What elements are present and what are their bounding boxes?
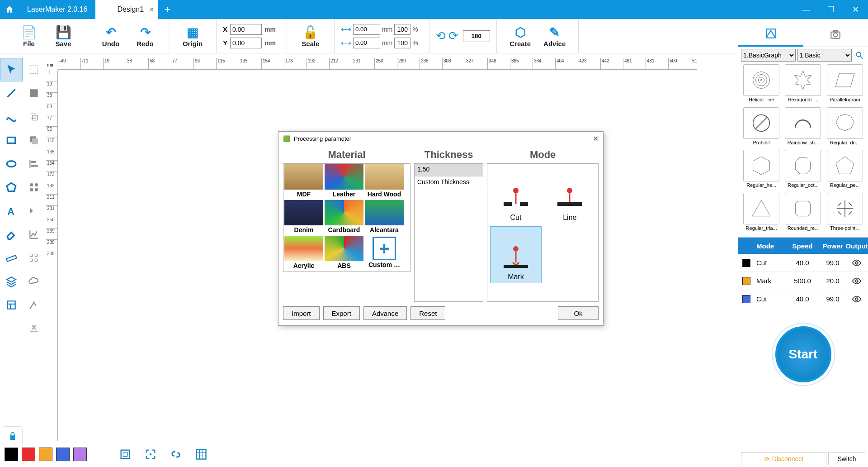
color-swatch[interactable] (22, 448, 35, 461)
shape-item[interactable]: Regular_oct... (783, 150, 823, 192)
cloud-tool[interactable] (23, 270, 45, 293)
line-tool[interactable] (0, 81, 23, 105)
minimize-button[interactable]: — (793, 0, 818, 19)
focus-icon[interactable] (143, 447, 158, 462)
shape-item[interactable]: Regular_pe... (825, 150, 865, 192)
x-input[interactable] (230, 24, 262, 35)
create-button[interactable]: ⬡Create (503, 24, 538, 48)
mode-mark[interactable]: Mark (490, 226, 541, 283)
eraser-tool[interactable] (0, 223, 23, 246)
link-icon[interactable] (168, 447, 184, 462)
shape-item[interactable]: Helical_line (741, 64, 782, 106)
shapes-tab[interactable] (738, 22, 803, 47)
save-button[interactable]: 💾Save (46, 24, 80, 48)
reset-button[interactable]: Reset (410, 306, 445, 320)
document-tab[interactable]: Design1 × (95, 0, 158, 19)
mode-cut[interactable]: Cut (490, 167, 541, 224)
thickness-value[interactable]: 1.50 (415, 164, 483, 176)
ok-button[interactable]: Ok (558, 306, 599, 320)
rotate-cw-icon[interactable]: ⟳ (448, 29, 458, 43)
scale-button[interactable]: 🔓Scale (293, 24, 328, 48)
material-item[interactable]: Acrylic (284, 236, 324, 271)
text-tool[interactable]: A (0, 199, 23, 223)
mode-line[interactable]: Line (544, 167, 595, 224)
rotate-ccw-icon[interactable]: ⟲ (436, 29, 446, 43)
array-tool[interactable] (23, 246, 45, 270)
ruler-tool[interactable] (0, 246, 23, 270)
dialog-close-icon[interactable]: ✕ (593, 134, 599, 143)
layout-tool[interactable] (0, 293, 23, 317)
rect-tool[interactable] (0, 129, 23, 152)
color-swatch[interactable] (39, 448, 52, 461)
material-item[interactable]: MDF (284, 164, 324, 200)
shape-item[interactable]: Prohibit (741, 107, 782, 149)
copy-tool[interactable] (23, 105, 45, 129)
thickness-custom[interactable]: Custom Thickness (415, 176, 483, 189)
mirror-tool[interactable] (23, 199, 45, 223)
shape-item[interactable]: Regular_do... (825, 107, 865, 149)
width-input[interactable] (353, 24, 380, 35)
stack-tool[interactable] (23, 129, 45, 152)
color-swatch[interactable] (73, 448, 87, 461)
shape-item[interactable]: Regular_he... (741, 150, 782, 192)
layer-row[interactable]: Cut40.0 99.0 (738, 254, 868, 272)
import-button[interactable]: Import (283, 306, 320, 320)
marquee-tool[interactable] (23, 58, 45, 81)
height-pct[interactable]: 100 (394, 38, 410, 48)
shape-item[interactable]: Rounded_re... (783, 193, 823, 235)
export-button[interactable]: Export (323, 306, 360, 320)
disconnect-button[interactable]: ⊘Disconnect (741, 452, 826, 465)
material-item[interactable]: Alcantara (364, 200, 404, 235)
chart-tool[interactable] (23, 223, 45, 246)
advice-button[interactable]: ✎Advice (538, 24, 572, 48)
curve-tool[interactable] (0, 105, 23, 129)
maximize-button[interactable]: ❐ (818, 0, 843, 19)
shape-item[interactable]: Regular_tria... (741, 193, 782, 235)
material-item[interactable]: +Custom … (364, 236, 404, 271)
select-tool[interactable] (0, 58, 23, 81)
file-button[interactable]: 📄File (12, 24, 46, 48)
y-input[interactable] (230, 38, 262, 48)
align-left-tool[interactable] (23, 152, 45, 176)
ellipse-tool[interactable] (0, 152, 23, 176)
path-tool[interactable] (23, 293, 45, 317)
search-icon[interactable] (854, 49, 865, 61)
material-item[interactable]: Leather (324, 164, 364, 200)
redo-button[interactable]: ↷Redo (128, 24, 162, 48)
material-item[interactable]: Hard Wood (364, 164, 404, 200)
width-pct[interactable]: 100 (394, 24, 410, 35)
material-item[interactable]: ABS (324, 236, 364, 271)
shape-item[interactable]: Three-point... (825, 193, 865, 235)
height-input[interactable] (353, 38, 380, 48)
switch-button[interactable]: Switch (828, 452, 865, 465)
color-swatch[interactable] (56, 448, 70, 461)
advance-button[interactable]: Advance (363, 306, 407, 320)
shape-item[interactable]: Parallelogram (825, 64, 865, 106)
new-tab-button[interactable]: + (158, 0, 176, 19)
svg-rect-0 (30, 66, 38, 73)
layer-row[interactable]: Mark500.0 20.0 (738, 272, 868, 290)
fill-tool[interactable] (23, 81, 45, 105)
undo-button[interactable]: ↶Undo (94, 24, 128, 48)
shape-item[interactable]: Hexagonal_... (783, 64, 823, 106)
category-select-1[interactable]: 1.BasicGraph (741, 49, 796, 62)
category-select-2[interactable]: 1.Basic (797, 49, 852, 62)
rotate-input[interactable] (463, 30, 490, 42)
start-button[interactable]: Start (775, 326, 831, 382)
grid-tool[interactable] (23, 176, 45, 199)
origin-button[interactable]: ▦Origin (175, 24, 210, 48)
camera-tab[interactable] (803, 22, 868, 47)
material-item[interactable]: Cardboard (324, 200, 364, 235)
tab-close-icon[interactable]: × (150, 5, 154, 14)
close-button[interactable]: ✕ (843, 0, 868, 19)
layer-row[interactable]: Cut40.0 99.0 (738, 290, 868, 308)
table-icon[interactable] (193, 447, 209, 462)
laser-tool[interactable] (23, 317, 45, 340)
home-button[interactable] (0, 0, 19, 19)
material-item[interactable]: Denim (284, 200, 324, 235)
shape-item[interactable]: Rainbow_sh... (783, 107, 823, 149)
layers-tool[interactable] (0, 270, 23, 293)
frame-icon[interactable] (118, 447, 133, 462)
color-swatch[interactable] (5, 448, 18, 461)
polygon-tool[interactable] (0, 176, 23, 199)
